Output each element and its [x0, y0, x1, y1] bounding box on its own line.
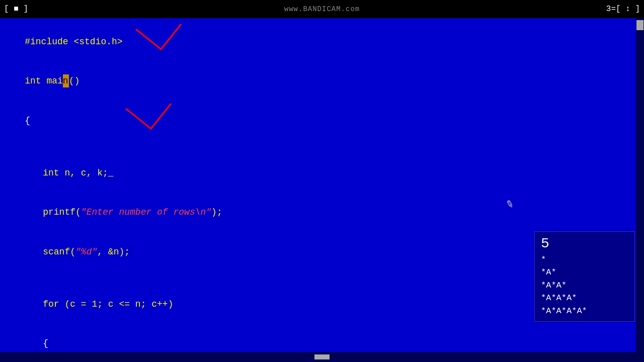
code-line-printf1: printf("Enter number of rows\n"); [3, 193, 641, 232]
output-panel: 5 * *A* *A*A* *A*A*A* *A*A*A*A* [534, 231, 635, 322]
horizontal-scrollbar-thumb[interactable] [314, 354, 330, 359]
scrollbar-thumb[interactable] [636, 20, 643, 30]
code-line-open-brace: { [3, 101, 641, 140]
left-bracket-icon: [ ■ ] [4, 5, 28, 14]
output-row-5: *A*A*A*A* [541, 305, 628, 318]
bandicam-watermark: www.BANDICAM.com [284, 5, 360, 13]
code-line-brace1: { [3, 324, 641, 352]
top-bar-left: [ ■ ] [4, 5, 28, 14]
output-row-3: *A*A* [541, 279, 628, 292]
int-keyword: int [25, 76, 46, 86]
cursor: n [63, 74, 69, 87]
main-parens: () [69, 76, 80, 86]
output-n-value: 5 [541, 236, 628, 251]
watermark-text: www.BANDICAM.com [284, 5, 360, 13]
main-func: mai [46, 76, 62, 86]
code-line-main: int main() [3, 61, 641, 101]
line-number-indicator: 3=[ ↕ ] [606, 5, 640, 14]
top-bar-right: 3=[ ↕ ] [606, 5, 640, 14]
code-line-include: #include <stdio.h> [3, 22, 641, 61]
annotation-arrow-1 [131, 19, 191, 59]
horizontal-scrollbar[interactable] [0, 352, 644, 362]
include-directive: #include <stdio.h> [25, 37, 122, 47]
output-row-2: *A* [541, 266, 628, 279]
vertical-scrollbar[interactable] [636, 18, 644, 352]
code-line-vars: int n, c, k;_ [3, 153, 641, 193]
output-row-1: * [541, 253, 628, 266]
annotation-arrow-2 [121, 99, 181, 139]
code-line-blank1 [3, 140, 641, 153]
code-editor[interactable]: #include <stdio.h> int main() { int n, c… [0, 18, 644, 352]
output-row-4: *A*A*A* [541, 292, 628, 305]
top-bar: [ ■ ] www.BANDICAM.com 3=[ ↕ ] [0, 0, 644, 18]
